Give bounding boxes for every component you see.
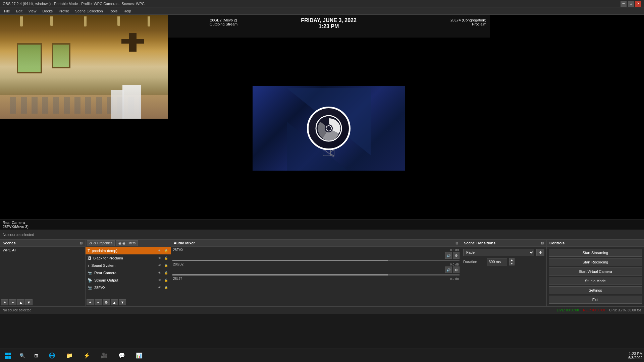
source-lock-btn-3[interactable]: 🔒 <box>163 270 169 276</box>
track-db-28fvx: 0.0 dB <box>444 248 459 252</box>
source-visibility-btn-1[interactable]: 👁 <box>157 255 162 261</box>
source-lock-btn-2[interactable]: 🔒 <box>163 263 169 268</box>
track-settings-28gb2[interactable]: ⚙ <box>453 266 460 273</box>
menu-view[interactable]: View <box>26 8 39 14</box>
volume-slider-28fvx[interactable] <box>172 260 460 261</box>
sources-footer: + − ⚙ ▲ ▼ <box>86 298 171 306</box>
source-visibility-btn-5[interactable]: 👁 <box>157 285 162 290</box>
start-button[interactable] <box>1 350 15 362</box>
source-visibility-btn[interactable]: 👁 <box>157 248 162 253</box>
source-visibility-btn-3[interactable]: 👁 <box>157 270 162 276</box>
track-mute-28gb2[interactable]: 🔊 <box>445 266 452 273</box>
work-area: 28GB2 (Mevo 2) Outgoing Stream FRIDAY, J… <box>0 15 644 349</box>
transition-settings-btn[interactable]: ⚙ <box>536 249 544 256</box>
preview-row: 28GB2 (Mevo 2) Outgoing Stream FRIDAY, J… <box>0 15 644 219</box>
start-virtual-camera-button[interactable]: Start Virtual Camera <box>549 267 642 276</box>
filters-button[interactable]: ◉ ◉ Filters <box>116 240 138 246</box>
taskbar-chrome[interactable]: 🌐 <box>44 350 60 362</box>
scenes-collapse-btn[interactable]: ⊟ <box>80 241 83 245</box>
duration-up-btn[interactable]: ▲ <box>509 258 515 262</box>
taskbar-explorer[interactable]: 📁 <box>61 350 78 362</box>
rec-status: REC: 00:00:00 <box>583 308 605 312</box>
cpu-status: CPU: 3.7%, 30.00 fps <box>609 308 641 312</box>
start-recording-button[interactable]: Start Recording <box>549 258 642 266</box>
source-lock-btn[interactable]: 🔒 <box>163 248 169 253</box>
taskbar-app2[interactable]: 🎥 <box>96 350 113 362</box>
center-preview-area: 28GB2 (Mevo 2) Outgoing Stream FRIDAY, J… <box>168 15 490 219</box>
transition-type-select[interactable]: Fade Cut <box>463 249 534 256</box>
studio-mode-button[interactable]: Studio Mode <box>549 277 642 285</box>
source-up-btn[interactable]: ▲ <box>111 299 118 305</box>
close-button[interactable]: ✕ <box>635 1 641 7</box>
scene-down-btn[interactable]: ▼ <box>25 299 33 305</box>
source-visibility-btn-2[interactable]: 👁 <box>157 263 162 268</box>
track-meter-row-28fvx: 🔊 ⚙ <box>172 252 460 259</box>
start-streaming-button[interactable]: Start Streaming <box>549 249 642 257</box>
search-button[interactable]: 🔍 <box>15 350 29 362</box>
source-item-black[interactable]: 🖼 Black for Proclaim 👁 🔒 <box>86 254 171 262</box>
status-left: No source selected <box>3 308 32 312</box>
exit-button[interactable]: Exit <box>549 296 642 304</box>
audio-collapse-btn[interactable]: ⊟ <box>455 241 458 245</box>
source-item-rear[interactable]: 📷 Rear Camera 👁 🔒 <box>86 269 171 277</box>
source-item-28fvx[interactable]: 📷 28FVX 👁 🔒 <box>86 284 171 291</box>
menu-edit[interactable]: Edit <box>13 8 25 14</box>
source-item-proclaim[interactable]: T proclaim )temp) 👁 🔒 <box>86 247 171 254</box>
task-view-button[interactable]: ⊞ <box>30 350 43 362</box>
sources-list: T proclaim )temp) 👁 🔒 🖼 Black for Procla… <box>86 247 171 298</box>
source-add-btn[interactable]: + <box>87 299 94 305</box>
cloth-banner2 <box>111 90 124 119</box>
source-down-btn[interactable]: ▼ <box>119 299 126 305</box>
volume-slider-28gb2[interactable] <box>172 274 460 276</box>
duration-down-btn[interactable]: ▼ <box>509 262 515 265</box>
status-right: LIVE: 00:00:00 REC: 00:00:00 CPU: 3.7%, … <box>557 308 641 312</box>
scenes-header: Scenes ⊟ <box>0 240 85 247</box>
controls-header: Controls <box>547 240 644 247</box>
track-name-28l74: 28L74 <box>173 277 193 281</box>
scene-remove-btn[interactable]: − <box>9 299 16 305</box>
restore-button[interactable]: □ <box>628 1 634 7</box>
cross-horizontal <box>121 39 144 44</box>
properties-button[interactable]: ⚙ ⚙ Properties <box>87 240 115 246</box>
menu-file[interactable]: File <box>1 8 13 14</box>
date-text: FRIDAY, JUNE 3, 2022 <box>276 17 381 23</box>
no-source-text: No source selected <box>3 233 34 237</box>
menu-scene-collection[interactable]: Scene Collection <box>72 8 106 14</box>
taskbar-time-display: 1:23 PM <box>628 352 643 356</box>
scene-item-wpc-all[interactable]: WPC All <box>0 247 85 253</box>
controls-title: Controls <box>549 241 565 245</box>
track-db-28gb2: 0.0 dB <box>444 263 459 266</box>
scene-up-btn[interactable]: ▲ <box>17 299 24 305</box>
source-visibility-btn-4[interactable]: 👁 <box>157 278 162 283</box>
taskbar-datetime: 1:23 PM 6/3/2022 <box>628 352 643 360</box>
minimize-button[interactable]: ─ <box>621 1 627 7</box>
taskbar-app4[interactable]: 📊 <box>131 350 148 362</box>
menu-help[interactable]: Help <box>121 8 134 14</box>
source-name-28fvx: 28FVX <box>94 286 106 290</box>
source-item-sound[interactable]: ♪ Sound System 👁 🔒 <box>86 262 171 269</box>
track-name-28gb2: 28GB2 <box>173 262 193 266</box>
source-remove-btn[interactable]: − <box>95 299 102 305</box>
image-icon: 🖼 <box>88 256 91 260</box>
track-mute-28fvx[interactable]: 🔊 <box>445 252 452 259</box>
taskbar-app3[interactable]: 💬 <box>113 350 130 362</box>
transitions-collapse-btn[interactable]: ⊟ <box>541 241 544 245</box>
menu-profile[interactable]: Profile <box>56 8 72 14</box>
duration-input[interactable] <box>487 258 507 265</box>
track-meter-row-28gb2: 🔊 ⚙ <box>172 266 460 273</box>
menu-docks[interactable]: Docks <box>40 8 55 14</box>
track-settings-28fvx[interactable]: ⚙ <box>453 252 460 259</box>
center-label2: Outgoing Stream <box>171 22 276 26</box>
source-item-stream[interactable]: 📡 Stream Output 👁 🔒 <box>86 277 171 284</box>
scenes-panel: Scenes ⊟ WPC All + − ▲ ▼ <box>0 240 86 306</box>
settings-button[interactable]: Settings <box>549 286 642 294</box>
camera-icon: 📷 <box>88 271 92 275</box>
source-lock-btn-4[interactable]: 🔒 <box>163 278 169 283</box>
scene-add-btn[interactable]: + <box>1 299 8 305</box>
source-settings-btn[interactable]: ⚙ <box>103 299 110 305</box>
menu-tools[interactable]: Tools <box>106 8 120 14</box>
source-name-sound: Sound System <box>92 263 116 267</box>
source-lock-btn-5[interactable]: 🔒 <box>163 285 169 290</box>
source-lock-btn-1[interactable]: 🔒 <box>163 255 169 261</box>
taskbar-app1[interactable]: ⚡ <box>78 350 95 362</box>
